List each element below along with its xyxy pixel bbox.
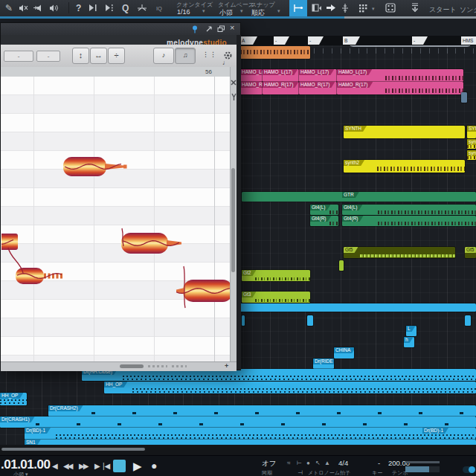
sync-value[interactable]: オフ [262, 459, 276, 469]
input-quantize-label[interactable]: IQ [156, 5, 162, 12]
melodyne-algorithm-dropdown[interactable]: - [4, 51, 33, 62]
timeline-marker[interactable]: HMS [461, 36, 476, 45]
detach-arrow-icon[interactable] [205, 25, 213, 33]
melodyne-hscrollbar-thumb[interactable] [120, 364, 144, 368]
play-button[interactable]: ▶ [133, 459, 142, 473]
arrange-hscrollbar-thumb[interactable] [1, 448, 145, 451]
note-value-icon[interactable]: ♩ [222, 59, 229, 66]
draw-tool-icon[interactable]: ✎ [5, 2, 13, 14]
clip-crash2[interactable]: Dr(CRASH2) [48, 405, 476, 416]
note-separation-tool-button[interactable]: ÷ [108, 48, 125, 64]
melodyne-scale-dropdown[interactable]: - [36, 51, 60, 62]
melodyne-vscrollbar-thumb[interactable] [231, 168, 235, 272]
quantize-tool-icon[interactable]: Q [122, 2, 129, 14]
listen-tool-icon[interactable] [89, 4, 99, 13]
timeline-marker[interactable]: A [240, 36, 257, 45]
clip-gt2[interactable]: Gt2 [242, 270, 310, 281]
clip-cyan-frag-3[interactable] [465, 315, 471, 326]
clip-gt4l-1[interactable]: Gt4(L) [310, 205, 338, 215]
clip-gtr-group[interactable]: GTR [242, 192, 476, 202]
clip-hamo-l-1[interactable]: HAMO_L( [240, 69, 263, 82]
macro-caret-icon[interactable]: ▾ [372, 6, 375, 12]
clip-hamo-r-1[interactable]: HAMO_R( [240, 82, 263, 94]
clip-synth-right[interactable]: SYN [467, 126, 476, 138]
snap-enable-button[interactable] [289, 0, 307, 16]
clip-hamo-r-4[interactable]: HAMO_R(17) [337, 82, 463, 94]
stop-button[interactable] [113, 460, 126, 472]
help-tool-icon[interactable]: ? [76, 2, 81, 14]
replace-mode-icon[interactable]: ↖ [315, 460, 321, 466]
clip-gt4r-1[interactable]: Gt4(R) [310, 216, 338, 226]
return-to-start-button[interactable]: |◀ [103, 462, 110, 471]
timing-tool-button[interactable]: ↔ [90, 48, 107, 64]
clip-cyan-group-bar[interactable] [238, 303, 476, 312]
record-mode-icon[interactable]: ● [306, 460, 310, 466]
timebase-caret-icon[interactable]: ▾ [240, 8, 243, 14]
clip-hh-op[interactable]: HH_OP [104, 382, 476, 393]
melodyne-note-blob[interactable] [16, 268, 63, 284]
spread-tool-icon[interactable] [136, 3, 148, 13]
clip-gt3[interactable]: Gt3 [242, 292, 310, 303]
close-icon[interactable]: × [230, 23, 234, 32]
rewind-bar-button[interactable]: ◀ [52, 462, 57, 471]
melodyne-note-blob[interactable] [121, 233, 181, 254]
fast-forward-button[interactable]: ▶▶ [79, 462, 87, 471]
clip-synth[interactable]: SYNTH [344, 126, 465, 138]
clip-bd-1[interactable]: Dr(BD)-1Dr(BD)-1 [25, 428, 476, 440]
solo-tool-icon[interactable] [33, 4, 44, 13]
clip-cyan-frag-1[interactable] [242, 315, 245, 326]
clip-synth5a[interactable]: syn [467, 139, 476, 149]
snap-relative-icon[interactable] [341, 3, 350, 13]
metronome-label[interactable]: メトロノーム [308, 469, 340, 476]
clip-cyan-h[interactable]: h [404, 337, 414, 347]
forward-bar-button[interactable]: ▶ [94, 462, 99, 471]
clip-gt4r-2[interactable]: Gt4(R) [342, 216, 476, 226]
clip-synth5b[interactable]: syn [467, 150, 476, 160]
clip-gt4l-2[interactable]: Gt4(L) [342, 205, 476, 215]
metronome-volume-icon[interactable]: ▲ [324, 460, 330, 466]
quantize-caret-icon[interactable]: ▾ [202, 8, 205, 14]
precount-icon[interactable]: ≈ [287, 460, 290, 466]
clip-hamo-l-2[interactable]: HAMO_L(17) [263, 69, 299, 82]
clip-slate-fragment[interactable] [461, 92, 467, 103]
auto-scroll-icon[interactable]: + [225, 362, 228, 370]
clip-lime-sliver[interactable] [339, 260, 344, 271]
key-value[interactable]: - [378, 459, 380, 467]
clip-ride[interactable]: Dr(RIDE [313, 358, 334, 369]
tab-song[interactable]: ソング [460, 5, 476, 15]
timeline-marker[interactable]: - [274, 36, 289, 45]
display-options-button[interactable]: ⋮⋮ [202, 48, 218, 62]
time-unit-dropdown[interactable]: 小節 ▾ [13, 471, 28, 476]
clip-crash1[interactable]: Dr(CRASH1) [0, 416, 476, 428]
macro-grid-icon[interactable] [358, 4, 368, 13]
melodyne-ruler[interactable]: 56 [1, 67, 230, 77]
clip-china[interactable]: CHINA [334, 347, 354, 358]
playhead-time-display[interactable]: .01.01.00 [1, 457, 50, 472]
import-download-icon[interactable] [410, 3, 421, 13]
clip-hamo-r-2[interactable]: HAMO_R(17) [263, 82, 299, 94]
autopunch-icon[interactable]: ⊢ [297, 460, 302, 466]
mute-tool-icon[interactable] [19, 4, 29, 13]
time-signature-value[interactable]: 4/4 [338, 459, 348, 467]
clip-gt5-1[interactable]: Gt5 [344, 247, 455, 258]
clip-hh-op-left[interactable]: HH_OP [0, 393, 27, 405]
blob-view-toggle[interactable]: ♪ [153, 48, 174, 64]
melodyne-note-blob[interactable] [1, 234, 18, 250]
pitch-tool-button[interactable]: ↕ [72, 48, 89, 64]
snap-to-clip-icon[interactable] [312, 4, 322, 13]
clip-cyan-frag-2[interactable] [307, 315, 313, 326]
timeline-marker[interactable]: - [412, 36, 428, 45]
restore-window-icon[interactable] [217, 25, 225, 33]
clip-hamo-r-3[interactable]: HAMO_R(17) [299, 82, 337, 94]
tab-start[interactable]: スタート [429, 5, 457, 15]
melodyne-hscrollbar[interactable] [1, 361, 237, 371]
master-toggle-switch[interactable] [463, 466, 475, 473]
quantize-value-dropdown[interactable]: 1/16 [177, 8, 190, 16]
clip-synth2[interactable]: synth2 [344, 160, 465, 173]
snap-caret-icon[interactable]: ▾ [277, 8, 280, 14]
clip-hamo-l-4[interactable]: HAMO_L(17) [337, 69, 463, 82]
clip-gt5-2[interactable]: Gt5 [465, 247, 476, 258]
timeline-marker[interactable]: - [308, 36, 324, 45]
rewind-button[interactable]: ◀◀ [63, 462, 71, 471]
video-icon[interactable] [385, 3, 396, 13]
